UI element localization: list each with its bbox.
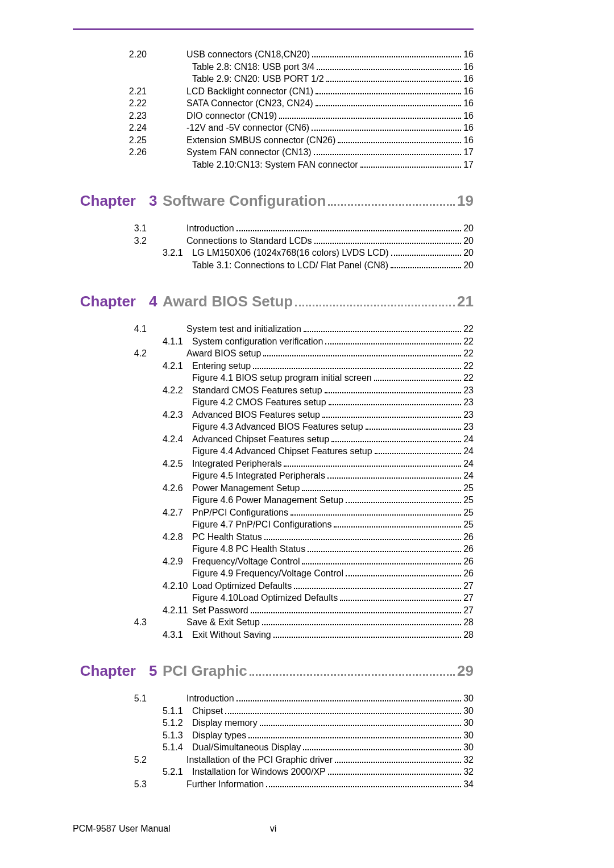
toc-entry-label: Connections to Standard LCDs (186, 235, 312, 247)
toc-entry-page: 23 (463, 409, 474, 421)
toc-entry-label: Introduction (186, 222, 234, 235)
toc-subsection-row: 3.2.1LG LM150X06 (1024x768(16 colors) LV… (73, 247, 474, 259)
section-number: 5.1 (73, 692, 163, 705)
toc-entry-page: 30 (463, 729, 474, 742)
toc-section-row: 5.2Installation of the PCI Graphic drive… (73, 754, 474, 766)
subsection-number: 5.1.2 (163, 717, 192, 729)
leader-dots (225, 705, 461, 713)
leader-dots (279, 110, 461, 118)
leader-dots (304, 324, 461, 332)
toc-entry-label: LCD Backlight connector (CN1) (186, 85, 313, 98)
toc-entry-label: -12V and -5V connector (CN6) (186, 122, 309, 134)
leader-dots (346, 495, 461, 503)
leader-dots (266, 779, 461, 787)
leader-dots (291, 507, 461, 515)
toc-subsection-row: 4.2.6Power Management Setup 25 (73, 482, 474, 495)
toc-subsection-row: 4.2.1Entering setup 22 (73, 360, 474, 372)
toc-entry-page: 24 (463, 433, 474, 446)
toc-entry-page: 30 (463, 741, 474, 754)
toc-entry-page: 22 (463, 372, 474, 384)
leader-dots (250, 663, 455, 676)
subsection-number: 4.2.8 (163, 531, 192, 543)
leader-dots (284, 458, 461, 466)
toc-entry-label: Award BIOS Setup (163, 293, 293, 310)
toc-entry-page: 26 (463, 555, 474, 568)
leader-dots (328, 767, 461, 775)
toc-figure-row: Figure 4.5 Integrated Peripherals 24 (73, 470, 474, 482)
toc-subsection-row: 4.2.7PnP/PCI Configurations 25 (73, 506, 474, 519)
toc-entry-page: 24 (463, 458, 474, 470)
toc-entry-label: Standard CMOS Features setup (192, 384, 322, 397)
leader-dots (360, 159, 462, 167)
toc-subsection-row: 5.1.2Display memory 30 (73, 717, 474, 729)
subsection-number: 4.2.3 (163, 409, 192, 421)
toc-chapter-row: Chapter3Software Configuration 19 (73, 192, 474, 210)
toc-entry-page: 34 (463, 778, 474, 791)
subsection-number: 5.1.4 (163, 741, 192, 754)
leader-dots (251, 605, 461, 613)
toc-entry-page: 26 (463, 543, 474, 555)
section-number: 2.24 (73, 122, 163, 134)
toc-entry-page: 16 (463, 85, 474, 98)
leader-dots (328, 193, 455, 206)
toc-entry-page: 30 (463, 692, 474, 705)
leader-dots (312, 123, 461, 131)
toc-entry-label: Figure 4.6 Power Management Setup (192, 494, 343, 506)
toc-figure-row: Figure 4.8 PC Health Status 26 (73, 543, 474, 555)
toc-figure-row: Figure 4.1 BIOS setup program initial sc… (73, 372, 474, 384)
leader-dots (375, 446, 462, 454)
toc-section-row: 3.2Connections to Standard LCDs 20 (73, 235, 474, 247)
leader-dots (303, 742, 461, 750)
toc-entry-label: Display memory (192, 717, 258, 729)
toc-entry-label: Extension SMBUS connector (CN26) (186, 134, 335, 147)
subsection-number: 5.2.1 (163, 766, 192, 778)
toc-entry-label: Exit Without Saving (192, 629, 271, 641)
toc-entry-page: 26 (463, 531, 474, 543)
toc-entry-label: Figure 4.2 CMOS Features setup (192, 396, 326, 409)
toc-entry-label: Table 3.1: Connections to LCD/ Flat Pane… (192, 259, 388, 272)
toc-entry-label: Figure 4.5 Integrated Peripherals (192, 470, 325, 482)
subsection-number: 4.2.2 (163, 384, 192, 397)
toc-entry-page: 24 (463, 470, 474, 482)
subsection-number: 4.2.7 (163, 506, 192, 519)
toc-subsection-row: 5.1.1Chipset 30 (73, 705, 474, 717)
toc-figure-row: Figure 4.3 Advanced BIOS Features setup … (73, 421, 474, 433)
leader-dots (312, 49, 461, 57)
toc-section-row: 2.22SATA Connector (CN23, CN24) 16 (73, 97, 474, 110)
toc-entry-label: SATA Connector (CN23, CN24) (186, 97, 313, 110)
toc-figure-row: Table 3.1: Connections to LCD/ Flat Pane… (73, 259, 474, 272)
section-number: 2.23 (73, 110, 163, 122)
leader-dots (295, 293, 455, 306)
leader-dots (248, 730, 461, 738)
toc-entry-label: Figure 4.8 PC Health Status (192, 543, 305, 555)
subsection-number: 5.1.1 (163, 705, 192, 717)
section-number: 2.20 (73, 48, 163, 61)
toc-entry-label: System test and initialization (186, 323, 301, 335)
toc-entry-page: 27 (463, 592, 474, 604)
subsection-number: 4.2.1 (163, 360, 192, 372)
toc-subsection-row: 4.3.1Exit Without Saving 28 (73, 629, 474, 641)
section-number: 2.21 (73, 85, 163, 98)
toc-entry-page: 19 (457, 192, 474, 210)
leader-dots (335, 754, 461, 762)
toc-entry-label: PCI Graphic (163, 662, 247, 680)
leader-dots (262, 617, 461, 625)
subsection-number: 3.2.1 (163, 247, 192, 259)
toc-entry-label: Figure 4.9 Frequency/Voltage Control (192, 567, 343, 580)
leader-dots (302, 556, 461, 564)
toc-entry-page: 17 (463, 146, 474, 159)
leader-dots (316, 86, 461, 94)
section-number: 3.2 (73, 235, 163, 247)
toc-entry-page: 24 (463, 445, 474, 458)
toc-entry-page: 16 (463, 97, 474, 110)
toc-entry-label: Display types (192, 729, 246, 742)
leader-dots (322, 409, 461, 417)
toc-chapter-row: Chapter5PCI Graphic 29 (73, 662, 474, 680)
toc-entry-page: 21 (457, 293, 474, 310)
leader-dots (273, 629, 461, 637)
leader-dots (264, 531, 461, 539)
toc-section-row: 4.1System test and initialization 22 (73, 323, 474, 335)
section-number: 4.2 (73, 347, 163, 360)
section-number: 4.1 (73, 323, 163, 335)
subsection-number: 4.3.1 (163, 629, 192, 641)
